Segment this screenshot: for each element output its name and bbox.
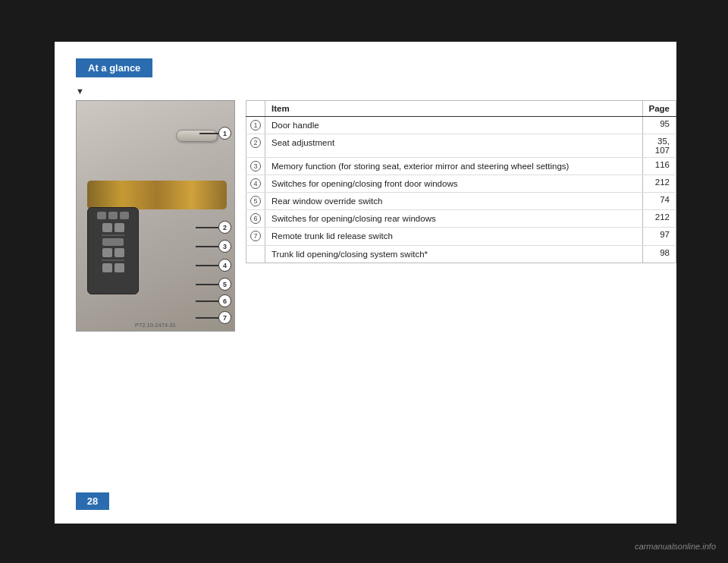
- watermark-bar: carmanualsonline.info: [485, 530, 728, 563]
- row-page-cell: 35, 107: [642, 134, 676, 158]
- row-num-cell: 2: [246, 134, 265, 158]
- circle-number: 6: [250, 213, 261, 224]
- page-number-box: 28: [76, 492, 109, 510]
- row-item-cell: Remote trunk lid release switch: [265, 228, 643, 245]
- items-table-container: Item Page 1Door handle952Seat adjustment…: [246, 100, 676, 263]
- row-item-cell: Memory function (for storing seat, exter…: [265, 158, 643, 175]
- col-num-header: [246, 101, 265, 117]
- circle-number: 2: [250, 137, 261, 148]
- table-row: 7Remote trunk lid release switch97: [246, 228, 676, 245]
- callout-1: 1: [218, 127, 231, 140]
- row-num-cell: 7: [246, 228, 265, 245]
- row-page-cell: 74: [642, 193, 676, 210]
- col-item-header: Item: [265, 101, 643, 117]
- circle-number: 1: [250, 120, 261, 131]
- row-page-cell: 97: [642, 228, 676, 245]
- callout-4: 4: [218, 259, 231, 272]
- row-page-cell: 212: [642, 175, 676, 193]
- row-page-cell: 95: [642, 117, 676, 134]
- table-row: 5Rear window override switch74: [246, 193, 676, 210]
- circle-number: 5: [250, 196, 261, 206]
- circle-number: 3: [250, 161, 261, 171]
- callout-2: 2: [218, 221, 231, 234]
- row-item-cell: Switches for opening/closing rear window…: [265, 210, 643, 228]
- table-row: Trunk lid opening/closing system switch*…: [246, 245, 676, 263]
- image-caption: P72.10-2474-31: [77, 322, 234, 329]
- table-row: 2Seat adjustment35, 107: [246, 134, 676, 158]
- car-door-image: 1 2 3 4 5 6: [76, 100, 235, 332]
- row-num-cell: 1: [246, 117, 265, 134]
- callout-3: 3: [218, 240, 231, 253]
- row-item-cell: Seat adjustment: [265, 134, 643, 158]
- table-row: 4Switches for opening/closing front door…: [246, 175, 676, 193]
- items-table: Item Page 1Door handle952Seat adjustment…: [246, 100, 676, 263]
- wood-trim-visual: [87, 181, 227, 209]
- watermark-text: carmanualsonline.info: [635, 542, 716, 551]
- row-page-cell: 116: [642, 158, 676, 175]
- callout-7: 7: [218, 311, 231, 324]
- table-row: 3Memory function (for storing seat, exte…: [246, 158, 676, 175]
- row-page-cell: 98: [642, 245, 676, 263]
- col-page-header: Page: [642, 101, 676, 117]
- row-page-cell: 212: [642, 210, 676, 228]
- row-item-cell: Switches for opening/closing front door …: [265, 175, 643, 193]
- row-item-cell: Door handle: [265, 117, 643, 134]
- window-controls-visual: [87, 207, 139, 294]
- row-num-cell: 4: [246, 175, 265, 193]
- row-item-cell: Trunk lid opening/closing system switch*: [265, 245, 643, 263]
- table-row: 6Switches for opening/closing rear windo…: [246, 210, 676, 228]
- callout-6: 6: [218, 294, 231, 307]
- table-row: 1Door handle95: [246, 117, 676, 134]
- row-item-cell: Rear window override switch: [265, 193, 643, 210]
- section-header: At a glance: [76, 58, 152, 77]
- callout-5: 5: [218, 278, 231, 291]
- row-num-cell: [246, 245, 265, 263]
- row-num-cell: 5: [246, 193, 265, 210]
- row-num-cell: 6: [246, 210, 265, 228]
- row-num-cell: 3: [246, 158, 265, 175]
- door-handle-visual: [176, 130, 218, 142]
- circle-number: 4: [250, 178, 261, 189]
- circle-number: 7: [250, 231, 261, 241]
- section-triangle: ▼: [76, 86, 84, 96]
